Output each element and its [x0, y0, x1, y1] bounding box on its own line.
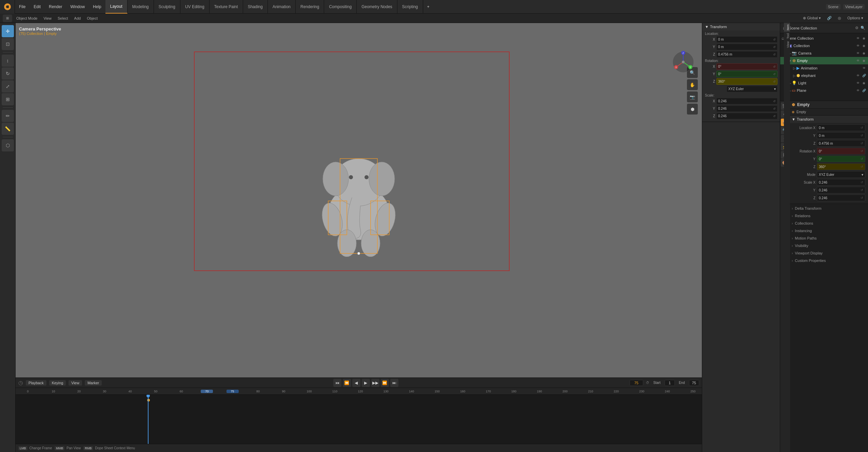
instancing-collapse[interactable]: › Instancing	[789, 227, 868, 234]
scale-x-reset[interactable]: ↺	[773, 100, 776, 103]
marker-menu[interactable]: Marker	[85, 380, 102, 386]
proportional-edit[interactable]: ◎	[836, 15, 843, 21]
outliner-search-btn[interactable]: 🔍	[861, 26, 865, 30]
loc-z-reset-icon[interactable]: ↺	[861, 142, 863, 145]
viewport-type-selector[interactable]: ⊞	[3, 15, 12, 22]
loc-y-reset[interactable]: ↺	[773, 45, 776, 49]
play-btn[interactable]: ▶	[362, 379, 370, 387]
tab-rendering[interactable]: Rendering	[296, 0, 324, 14]
timeline-type-selector[interactable]: ◷	[18, 379, 23, 386]
tab-modeling[interactable]: Modeling	[127, 0, 154, 14]
keying-menu[interactable]: Keying	[49, 380, 66, 386]
outliner-filter-btn[interactable]: ⚙	[855, 26, 859, 30]
props-rot-y-val[interactable]: 0° ↺	[817, 156, 865, 162]
render-menu[interactable]: Render	[45, 0, 66, 14]
options-btn[interactable]: Options ▾	[845, 15, 865, 21]
scene-selector[interactable]: Scene	[826, 4, 841, 9]
eye-btn[interactable]: 👁	[855, 80, 861, 86]
step-forward-btn[interactable]: ⏩	[381, 379, 389, 387]
collections-collapse[interactable]: › Collections	[789, 220, 868, 227]
rot-x-field[interactable]: 0° ↺	[716, 63, 777, 70]
tab-uv-editing[interactable]: UV Editing	[180, 0, 210, 14]
outliner-elephant[interactable]: ▷ ⬢ elephant 👁 🔗	[780, 72, 868, 79]
rot-x-reset-icon[interactable]: ↺	[861, 149, 863, 153]
rotate-tool[interactable]: ↻	[2, 67, 14, 80]
viewport-canvas[interactable]: Camera Perspective (75) Collection | Emp…	[16, 23, 702, 377]
transform-tool[interactable]: ⊞	[2, 93, 14, 105]
scale-z-reset-icon[interactable]: ↺	[861, 196, 863, 200]
tab-scripting[interactable]: Scripting	[397, 0, 423, 14]
render-preview-btn[interactable]: ⬢	[687, 104, 698, 115]
cursor-tool[interactable]: ✛	[2, 25, 14, 37]
hand-btn[interactable]: ✋	[687, 79, 698, 90]
props-rot-x-val[interactable]: 0° ↺	[817, 148, 865, 155]
link-btn[interactable]: 🔗	[861, 88, 867, 93]
tab-animation[interactable]: Animation	[268, 0, 296, 14]
props-scale-z-val[interactable]: 0.246 ↺	[817, 194, 865, 201]
object-menu[interactable]: Object	[85, 16, 100, 21]
tab-compositing[interactable]: Compositing	[324, 0, 357, 14]
outliner-camera[interactable]: ▷ 📷 Camera 👁 ◉	[780, 49, 868, 57]
rot-z-field[interactable]: 360° ↺	[716, 78, 777, 85]
file-menu[interactable]: File	[15, 0, 29, 14]
restrict-btn[interactable]: ◉	[861, 80, 867, 86]
jump-end-btn[interactable]: ⏭	[390, 379, 398, 387]
loc-z-field[interactable]: 0.4756 m ↺	[716, 51, 777, 58]
eye-btn[interactable]: 👁	[855, 43, 861, 48]
scale-z-reset[interactable]: ↺	[773, 115, 776, 118]
scale-tool[interactable]: ⤢	[2, 80, 14, 93]
props-loc-z-val[interactable]: 0.4756 m ↺	[817, 140, 865, 147]
view-menu[interactable]: View	[41, 16, 54, 21]
scale-x-field[interactable]: 0.246 ↺	[716, 98, 777, 104]
eye-btn[interactable]: 👁	[855, 50, 861, 56]
prev-keyframe-btn[interactable]: ◀	[352, 379, 360, 387]
outliner-scene-collection[interactable]: 🗂 Scene Collection 👁 ◉	[780, 35, 868, 42]
delta-transform-collapse[interactable]: › Delta Transform	[789, 205, 868, 212]
outliner-collection[interactable]: ▼ ▣ Collection 👁 ◉	[780, 42, 868, 49]
transform-section-header[interactable]: ▼ Transform	[702, 23, 780, 30]
eye-btn[interactable]: 👁	[855, 88, 861, 93]
select-tool[interactable]: ⊡	[2, 38, 14, 50]
step-back-btn[interactable]: ⏪	[343, 379, 351, 387]
object-mode-selector[interactable]: Object Mode	[14, 16, 39, 21]
rot-y-reset[interactable]: ↺	[773, 73, 776, 76]
camera-view-btn[interactable]: 📷	[687, 91, 698, 102]
rot-x-reset[interactable]: ↺	[773, 65, 776, 68]
global-selector[interactable]: ⊕ Global ▾	[801, 15, 823, 21]
playback-menu[interactable]: Playback	[26, 380, 46, 386]
rot-z-reset[interactable]: ↺	[773, 80, 776, 83]
next-keyframe-btn[interactable]: ▶▶	[371, 379, 379, 387]
blender-logo[interactable]	[0, 0, 15, 14]
help-menu[interactable]: Help	[89, 0, 105, 14]
props-rot-mode-dropdown[interactable]: XYZ Euler ▾	[817, 171, 865, 178]
tab-geometry-nodes[interactable]: Geometry Nodes	[357, 0, 397, 14]
outliner-animation[interactable]: ▷ ▶ Animation 👁	[780, 64, 868, 72]
view-menu[interactable]: View	[68, 380, 82, 386]
add-menu[interactable]: Add	[72, 16, 83, 21]
loc-x-reset[interactable]: ↺	[773, 38, 776, 41]
eye-btn[interactable]: 👁	[855, 58, 861, 63]
props-rot-z-val[interactable]: 360° ↺	[817, 163, 865, 170]
annotate-tool[interactable]: ✏	[2, 110, 14, 122]
restrict-btn[interactable]: ◉	[861, 58, 867, 63]
scale-z-field[interactable]: 0.246 ↺	[716, 113, 777, 119]
props-loc-y-val[interactable]: 0 m ↺	[817, 132, 865, 139]
restrict-btn[interactable]: ◉	[861, 50, 867, 56]
viewport-gizmo[interactable]: Z Y X	[671, 50, 695, 74]
relations-collapse[interactable]: › Relations	[789, 212, 868, 220]
add-cube-tool[interactable]: ⬡	[2, 139, 14, 151]
visibility-collapse[interactable]: › Visibility	[789, 242, 868, 249]
props-loc-x-val[interactable]: 0 m ↺	[817, 124, 865, 131]
link-btn[interactable]: 🔗	[861, 73, 867, 78]
props-transform-header[interactable]: ▼ Transform	[789, 116, 868, 123]
current-frame-display[interactable]: 75	[630, 380, 643, 386]
loc-y-reset-icon[interactable]: ↺	[861, 134, 863, 137]
rot-z-reset-icon[interactable]: ↺	[861, 165, 863, 168]
timeline-ruler[interactable]: 0 10 20 30 40 50 60 70 75 80 90 100 110 …	[16, 388, 702, 395]
rot-y-reset-icon[interactable]: ↺	[861, 157, 863, 161]
outliner-light[interactable]: ▷ 💡 Light 👁 ◉	[780, 79, 868, 87]
motion-paths-collapse[interactable]: › Motion Paths	[789, 234, 868, 242]
outliner-plane[interactable]: ▷ ▭ Plane 👁 🔗	[780, 87, 868, 94]
tab-shading[interactable]: Shading	[243, 0, 268, 14]
loc-x-field[interactable]: 0 m ↺	[716, 36, 777, 43]
